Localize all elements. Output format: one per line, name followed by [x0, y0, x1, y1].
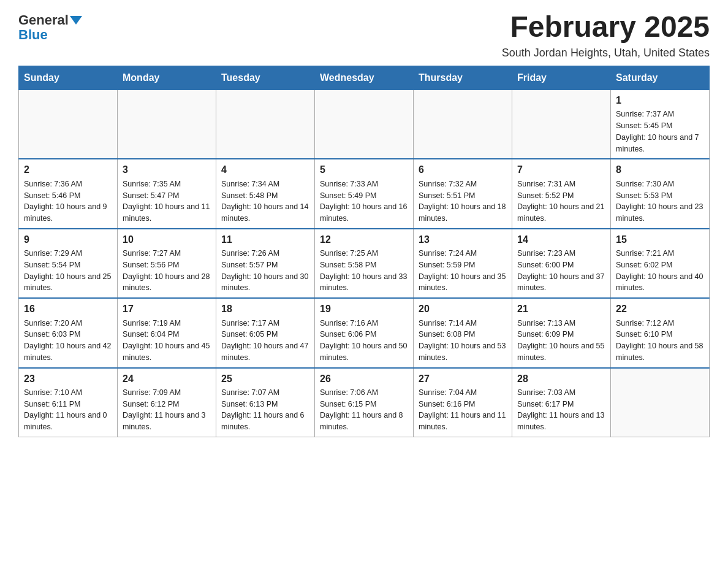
day-info: Sunrise: 7:10 AMSunset: 6:11 PMDaylight:… [24, 387, 112, 433]
day-info: Sunrise: 7:27 AMSunset: 5:56 PMDaylight:… [123, 248, 211, 294]
location-text: South Jordan Heights, Utah, United State… [502, 47, 710, 59]
day-info: Sunrise: 7:07 AMSunset: 6:13 PMDaylight:… [221, 387, 309, 433]
calendar-cell: 27Sunrise: 7:04 AMSunset: 6:16 PMDayligh… [414, 368, 512, 437]
calendar-cell [118, 90, 216, 159]
day-info: Sunrise: 7:30 AMSunset: 5:53 PMDaylight:… [616, 178, 704, 224]
calendar-cell: 11Sunrise: 7:26 AMSunset: 5:57 PMDayligh… [216, 229, 315, 298]
day-number: 11 [221, 233, 309, 247]
week-row-1: 1Sunrise: 7:37 AMSunset: 5:45 PMDaylight… [19, 90, 710, 159]
day-header-sunday: Sunday [19, 66, 118, 90]
day-header-wednesday: Wednesday [315, 66, 414, 90]
day-number: 7 [517, 163, 605, 177]
day-number: 15 [616, 233, 704, 247]
day-info: Sunrise: 7:26 AMSunset: 5:57 PMDaylight:… [221, 248, 309, 294]
week-row-2: 2Sunrise: 7:36 AMSunset: 5:46 PMDaylight… [19, 159, 710, 228]
day-info: Sunrise: 7:29 AMSunset: 5:54 PMDaylight:… [24, 248, 112, 294]
logo-blue-text: Blue [18, 27, 48, 43]
day-number: 27 [419, 372, 507, 386]
calendar-cell: 22Sunrise: 7:12 AMSunset: 6:10 PMDayligh… [611, 298, 710, 367]
calendar-cell [315, 90, 414, 159]
month-title: February 2025 [502, 12, 710, 42]
day-number: 18 [221, 302, 309, 316]
day-number: 13 [419, 233, 507, 247]
day-number: 2 [24, 163, 112, 177]
calendar-cell: 21Sunrise: 7:13 AMSunset: 6:09 PMDayligh… [512, 298, 611, 367]
day-number: 8 [616, 163, 704, 177]
day-info: Sunrise: 7:17 AMSunset: 6:05 PMDaylight:… [221, 318, 309, 364]
day-header-thursday: Thursday [414, 66, 512, 90]
day-number: 1 [616, 94, 704, 107]
day-info: Sunrise: 7:04 AMSunset: 6:16 PMDaylight:… [419, 387, 507, 433]
calendar-cell: 2Sunrise: 7:36 AMSunset: 5:46 PMDaylight… [19, 159, 118, 228]
calendar-cell: 9Sunrise: 7:29 AMSunset: 5:54 PMDaylight… [19, 229, 118, 298]
week-row-5: 23Sunrise: 7:10 AMSunset: 6:11 PMDayligh… [19, 368, 710, 437]
day-header-friday: Friday [512, 66, 611, 90]
day-number: 6 [419, 163, 507, 177]
calendar-cell [512, 90, 611, 159]
day-info: Sunrise: 7:34 AMSunset: 5:48 PMDaylight:… [221, 178, 309, 224]
day-number: 19 [320, 302, 408, 316]
week-row-3: 9Sunrise: 7:29 AMSunset: 5:54 PMDaylight… [19, 229, 710, 298]
calendar-cell: 19Sunrise: 7:16 AMSunset: 6:06 PMDayligh… [315, 298, 414, 367]
calendar-cell: 24Sunrise: 7:09 AMSunset: 6:12 PMDayligh… [118, 368, 216, 437]
day-info: Sunrise: 7:31 AMSunset: 5:52 PMDaylight:… [517, 178, 605, 224]
calendar-cell: 16Sunrise: 7:20 AMSunset: 6:03 PMDayligh… [19, 298, 118, 367]
calendar-cell: 25Sunrise: 7:07 AMSunset: 6:13 PMDayligh… [216, 368, 315, 437]
day-header-saturday: Saturday [611, 66, 710, 90]
day-number: 22 [616, 302, 704, 316]
calendar-cell: 12Sunrise: 7:25 AMSunset: 5:58 PMDayligh… [315, 229, 414, 298]
day-number: 24 [123, 372, 211, 386]
page-header: General Blue February 2025 South Jordan … [18, 12, 710, 59]
day-number: 17 [123, 302, 211, 316]
calendar-cell [19, 90, 118, 159]
calendar-cell: 20Sunrise: 7:14 AMSunset: 6:08 PMDayligh… [414, 298, 512, 367]
day-info: Sunrise: 7:06 AMSunset: 6:15 PMDaylight:… [320, 387, 408, 433]
day-info: Sunrise: 7:24 AMSunset: 5:59 PMDaylight:… [419, 248, 507, 294]
week-row-4: 16Sunrise: 7:20 AMSunset: 6:03 PMDayligh… [19, 298, 710, 367]
day-number: 14 [517, 233, 605, 247]
calendar-cell: 6Sunrise: 7:32 AMSunset: 5:51 PMDaylight… [414, 159, 512, 228]
logo-general-text: General [18, 12, 69, 28]
day-number: 25 [221, 372, 309, 386]
day-number: 5 [320, 163, 408, 177]
calendar-cell [414, 90, 512, 159]
day-number: 3 [123, 163, 211, 177]
day-number: 4 [221, 163, 309, 177]
day-number: 28 [517, 372, 605, 386]
day-info: Sunrise: 7:03 AMSunset: 6:17 PMDaylight:… [517, 387, 605, 433]
calendar-cell: 8Sunrise: 7:30 AMSunset: 5:53 PMDaylight… [611, 159, 710, 228]
day-number: 12 [320, 233, 408, 247]
day-number: 10 [123, 233, 211, 247]
calendar-cell: 26Sunrise: 7:06 AMSunset: 6:15 PMDayligh… [315, 368, 414, 437]
day-info: Sunrise: 7:23 AMSunset: 6:00 PMDaylight:… [517, 248, 605, 294]
day-number: 9 [24, 233, 112, 247]
calendar-cell: 17Sunrise: 7:19 AMSunset: 6:04 PMDayligh… [118, 298, 216, 367]
calendar-cell: 7Sunrise: 7:31 AMSunset: 5:52 PMDaylight… [512, 159, 611, 228]
day-info: Sunrise: 7:16 AMSunset: 6:06 PMDaylight:… [320, 318, 408, 364]
day-info: Sunrise: 7:20 AMSunset: 6:03 PMDaylight:… [24, 318, 112, 364]
day-info: Sunrise: 7:25 AMSunset: 5:58 PMDaylight:… [320, 248, 408, 294]
calendar-cell: 4Sunrise: 7:34 AMSunset: 5:48 PMDaylight… [216, 159, 315, 228]
day-info: Sunrise: 7:35 AMSunset: 5:47 PMDaylight:… [123, 178, 211, 224]
day-number: 26 [320, 372, 408, 386]
calendar-cell: 10Sunrise: 7:27 AMSunset: 5:56 PMDayligh… [118, 229, 216, 298]
day-info: Sunrise: 7:19 AMSunset: 6:04 PMDaylight:… [123, 318, 211, 364]
day-number: 16 [24, 302, 112, 316]
day-header-monday: Monday [118, 66, 216, 90]
title-section: February 2025 South Jordan Heights, Utah… [502, 12, 710, 59]
calendar-cell: 13Sunrise: 7:24 AMSunset: 5:59 PMDayligh… [414, 229, 512, 298]
calendar-cell: 5Sunrise: 7:33 AMSunset: 5:49 PMDaylight… [315, 159, 414, 228]
day-info: Sunrise: 7:21 AMSunset: 6:02 PMDaylight:… [616, 248, 704, 294]
day-number: 21 [517, 302, 605, 316]
calendar-cell [216, 90, 315, 159]
day-number: 20 [419, 302, 507, 316]
calendar-cell: 15Sunrise: 7:21 AMSunset: 6:02 PMDayligh… [611, 229, 710, 298]
day-info: Sunrise: 7:14 AMSunset: 6:08 PMDaylight:… [419, 318, 507, 364]
day-info: Sunrise: 7:32 AMSunset: 5:51 PMDaylight:… [419, 178, 507, 224]
calendar-table: SundayMondayTuesdayWednesdayThursdayFrid… [18, 66, 710, 437]
day-info: Sunrise: 7:13 AMSunset: 6:09 PMDaylight:… [517, 318, 605, 364]
calendar-cell: 18Sunrise: 7:17 AMSunset: 6:05 PMDayligh… [216, 298, 315, 367]
calendar-cell: 3Sunrise: 7:35 AMSunset: 5:47 PMDaylight… [118, 159, 216, 228]
day-info: Sunrise: 7:36 AMSunset: 5:46 PMDaylight:… [24, 178, 112, 224]
day-number: 23 [24, 372, 112, 386]
